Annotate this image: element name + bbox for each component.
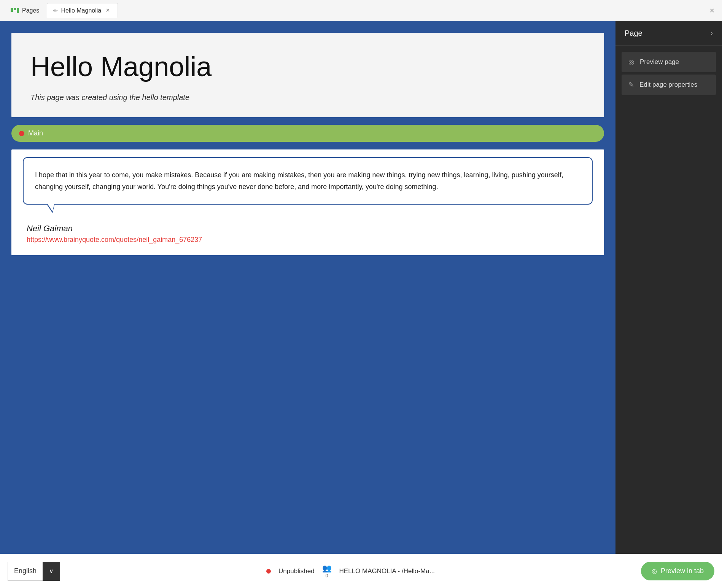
unpublished-dot — [266, 569, 271, 574]
editor-area: Hello Magnolia This page was created usi… — [0, 21, 615, 554]
edit-icon: ✎ — [628, 81, 634, 89]
sidebar-header: Page › — [615, 21, 722, 46]
preview-tab-eye-icon: ◎ — [652, 567, 657, 575]
preview-in-tab-button[interactable]: ◎ Preview in tab — [641, 562, 714, 580]
main-bar-dot — [19, 131, 24, 136]
pages-tab-label: Pages — [22, 7, 39, 14]
preview-page-button[interactable]: ◎ Preview page — [622, 52, 716, 72]
language-label: English — [8, 562, 43, 581]
sidebar-actions: ◎ Preview page ✎ Edit page properties — [615, 46, 722, 101]
users-indicator: 👥 0 — [322, 564, 332, 578]
quote-bubble: I hope that in this year to come, you ma… — [23, 157, 593, 205]
quote-text: I hope that in this year to come, you ma… — [35, 169, 580, 192]
bottom-bar: English ∨ Unpublished 👥 0 HELLO MAGNOLIA… — [0, 554, 722, 588]
quote-link[interactable]: https://www.brainyquote.com/quotes/neil_… — [27, 236, 593, 244]
right-sidebar: Page › ◎ Preview page ✎ Edit page proper… — [615, 21, 722, 554]
preview-page-label: Preview page — [640, 58, 679, 66]
status-label: Unpublished — [278, 567, 315, 575]
pencil-icon: ✏ — [53, 8, 58, 14]
page-canvas: Hello Magnolia This page was created usi… — [11, 33, 604, 542]
users-icon: 👥 — [322, 564, 332, 573]
main-area: Hello Magnolia This page was created usi… — [0, 21, 722, 554]
bottom-center: Unpublished 👥 0 HELLO MAGNOLIA - /Hello-… — [66, 564, 635, 578]
hero-subtitle: This page was created using the hello te… — [30, 93, 585, 102]
language-selector[interactable]: English ∨ — [8, 562, 60, 581]
pages-tab[interactable]: Pages — [5, 4, 45, 17]
hero-section: Hello Magnolia This page was created usi… — [11, 33, 604, 117]
active-tab[interactable]: ✏ Hello Magnolia × — [47, 3, 118, 18]
chevron-down-icon: ∨ — [49, 567, 54, 575]
main-bar[interactable]: Main — [11, 125, 604, 142]
users-count: 0 — [325, 573, 328, 578]
tab-close-button[interactable]: × — [104, 6, 111, 14]
active-tab-label: Hello Magnolia — [61, 7, 101, 14]
edit-properties-button[interactable]: ✎ Edit page properties — [622, 75, 716, 95]
quote-container: I hope that in this year to come, you ma… — [11, 149, 604, 255]
pages-icon — [11, 8, 19, 13]
main-bar-label: Main — [28, 129, 43, 137]
quote-author: Neil Gaiman — [27, 224, 593, 234]
tab-bar: Pages ✏ Hello Magnolia × × — [0, 0, 722, 21]
language-dropdown-button[interactable]: ∨ — [43, 562, 60, 581]
preview-tab-label: Preview in tab — [661, 567, 704, 575]
edit-properties-label: Edit page properties — [639, 81, 697, 89]
window-close-button[interactable]: × — [706, 4, 717, 17]
eye-icon: ◎ — [628, 58, 635, 66]
sidebar-chevron-icon[interactable]: › — [711, 29, 713, 37]
hero-title: Hello Magnolia — [30, 52, 585, 82]
sidebar-title: Page — [625, 29, 642, 38]
page-path: HELLO MAGNOLIA - /Hello-Ma... — [339, 567, 435, 575]
